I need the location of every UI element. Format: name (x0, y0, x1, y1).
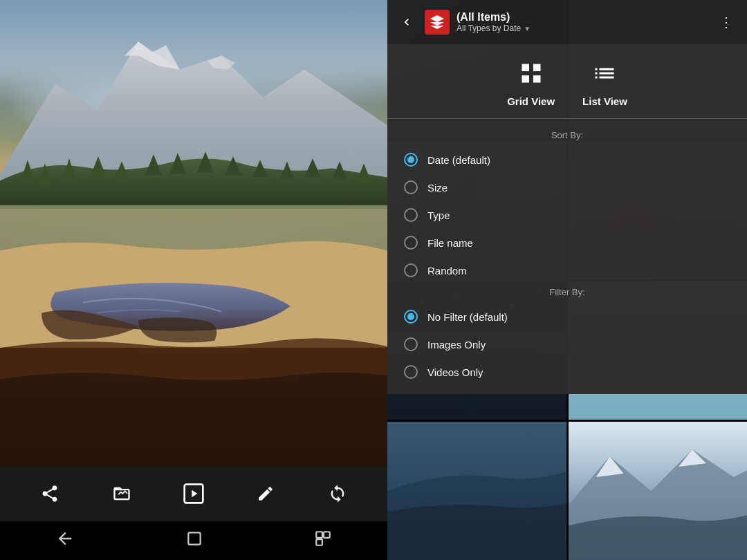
list-view-icon (592, 61, 617, 91)
filter-images-label: Images Only (427, 339, 486, 351)
right-panel: (All Items) All Types by Date ▼ ⋮ Grid V… (387, 0, 747, 560)
app-logo (425, 10, 450, 35)
bottom-toolbar (0, 466, 387, 521)
dropdown-menu: Grid View List View Sort By: Date (defau… (387, 44, 747, 394)
grid-cell-7 (387, 422, 566, 560)
folder-button[interactable] (107, 478, 137, 509)
play-button[interactable] (178, 478, 209, 509)
grid-view-label: Grid View (507, 95, 555, 107)
sort-by-label: Sort By: (387, 127, 747, 146)
svg-rect-5 (188, 532, 200, 544)
sort-size-label: Size (427, 182, 448, 194)
sort-filename-label: File name (427, 237, 473, 249)
grid-cell-8 (569, 422, 748, 560)
sort-size-radio (404, 180, 418, 194)
sort-filename-radio (404, 236, 418, 250)
header-back-button[interactable] (396, 11, 418, 33)
sort-date-option[interactable]: Date (default) (387, 146, 747, 174)
header-bar: (All Items) All Types by Date ▼ ⋮ (387, 0, 747, 44)
dropdown-arrow-icon: ▼ (524, 25, 531, 32)
svg-rect-7 (324, 532, 330, 538)
list-view-option[interactable]: List View (582, 61, 627, 107)
back-nav-button[interactable] (55, 529, 75, 552)
svg-marker-4 (192, 490, 197, 498)
mountain-overlay (0, 0, 387, 466)
filter-by-label: Filter By: (387, 284, 747, 303)
filter-images-option[interactable]: Images Only (387, 330, 747, 358)
header-titles: (All Items) All Types by Date ▼ (456, 11, 707, 33)
recents-nav-button[interactable] (314, 530, 332, 552)
sort-type-option[interactable]: Type (387, 201, 747, 229)
left-panel (0, 0, 387, 560)
sort-random-option[interactable]: Random (387, 256, 747, 284)
svg-rect-8 (316, 539, 322, 545)
grid-view-option[interactable]: Grid View (507, 61, 555, 107)
filter-none-radio (404, 310, 418, 324)
filter-none-label: No Filter (default) (427, 311, 508, 323)
sort-date-label: Date (default) (427, 154, 490, 166)
edit-button[interactable] (250, 478, 281, 509)
app-title: (All Items) (456, 11, 707, 24)
svg-rect-6 (316, 532, 322, 538)
grid-view-icon (519, 61, 544, 91)
filter-videos-option[interactable]: Videos Only (387, 358, 747, 386)
view-toggle-row: Grid View List View (387, 55, 747, 119)
sort-type-label: Type (427, 209, 450, 221)
sort-date-radio (404, 153, 418, 167)
sort-random-label: Random (427, 265, 467, 277)
home-nav-button[interactable] (185, 530, 203, 552)
main-image (0, 0, 387, 466)
app-subtitle: All Types by Date ▼ (456, 24, 707, 33)
refresh-button[interactable] (322, 478, 353, 509)
nav-bar (0, 521, 387, 560)
sort-size-option[interactable]: Size (387, 174, 747, 201)
sort-random-radio (404, 263, 418, 277)
filter-videos-radio (404, 365, 418, 379)
filter-videos-label: Videos Only (427, 366, 483, 378)
sort-type-radio (404, 208, 418, 222)
share-button[interactable] (35, 478, 65, 509)
filter-none-option[interactable]: No Filter (default) (387, 303, 747, 330)
list-view-label: List View (582, 95, 627, 107)
sort-filename-option[interactable]: File name (387, 229, 747, 256)
more-options-button[interactable]: ⋮ (714, 8, 739, 36)
filter-images-radio (404, 337, 418, 351)
